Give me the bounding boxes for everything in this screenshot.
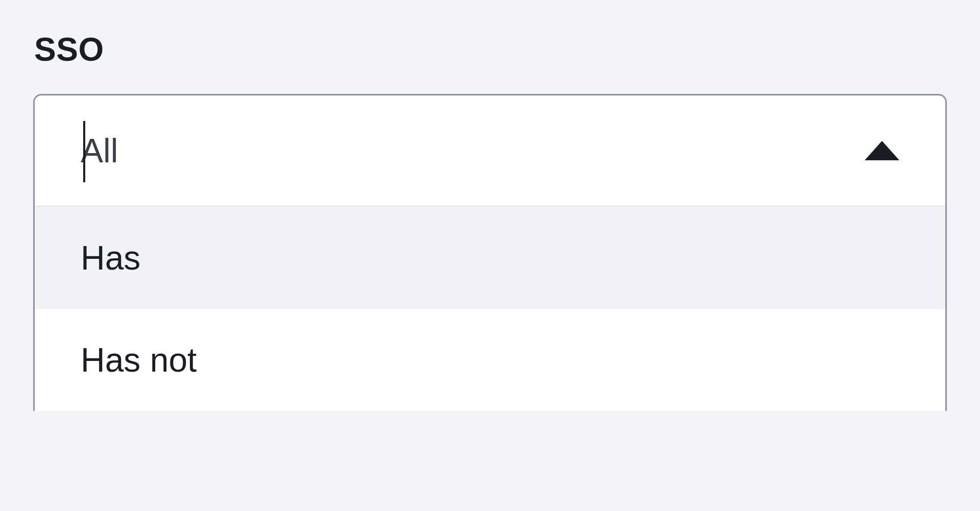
sso-dropdown-input[interactable] bbox=[81, 131, 818, 170]
sso-dropdown-list: Has Has not bbox=[33, 206, 947, 411]
sso-option-has-not[interactable]: Has not bbox=[35, 309, 945, 411]
caret-up-icon bbox=[865, 141, 899, 160]
text-cursor bbox=[83, 121, 85, 182]
sso-dropdown-trigger[interactable] bbox=[33, 94, 947, 206]
sso-dropdown: Has Has not bbox=[33, 94, 947, 411]
sso-filter-label: SSO bbox=[34, 31, 947, 68]
sso-option-has[interactable]: Has bbox=[35, 206, 945, 309]
sso-filter-field: SSO Has Has not bbox=[33, 31, 947, 411]
